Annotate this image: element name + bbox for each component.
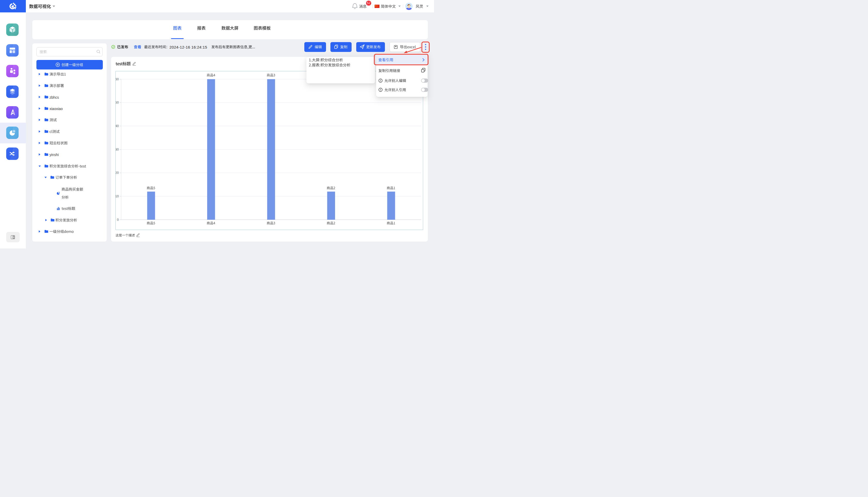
svg-text:50: 50 xyxy=(116,101,119,104)
svg-text:10: 10 xyxy=(116,195,119,198)
svg-text:30: 30 xyxy=(116,147,119,151)
svg-text:20: 20 xyxy=(116,171,119,175)
svg-text:40: 40 xyxy=(116,124,119,128)
svg-text:0: 0 xyxy=(117,218,119,222)
svg-text:60: 60 xyxy=(116,77,119,81)
